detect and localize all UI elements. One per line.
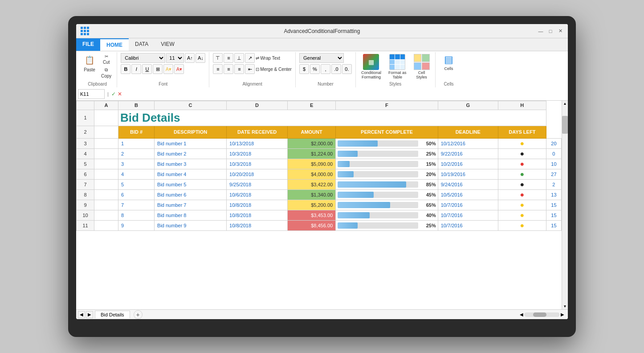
cell-deadline-6[interactable]: 10/5/2016 <box>438 189 498 200</box>
cell-pct-3[interactable]: 15% <box>336 159 438 169</box>
close-button[interactable]: ✕ <box>557 28 563 34</box>
cell-amount-1[interactable]: $2,000.00 <box>288 138 336 148</box>
conditional-formatting-button[interactable]: ▦ ConditionalFormatting <box>359 53 383 81</box>
horizontal-scrollbar[interactable] <box>524 312 560 317</box>
cell-date-9[interactable]: 10/8/2018 <box>227 220 288 230</box>
hscroll-right-btn[interactable]: ▶ <box>561 312 564 317</box>
cut-button[interactable]: ✂ Cut <box>99 53 113 66</box>
cell-amount-9[interactable]: $8,456.00 <box>288 220 336 230</box>
minimize-button[interactable]: — <box>538 28 544 34</box>
cell-dot-1[interactable]: ● <box>498 138 546 148</box>
align-top-button[interactable]: ⊤ <box>213 53 223 63</box>
vscroll-thumb[interactable] <box>562 116 568 134</box>
currency-button[interactable]: $ <box>299 64 309 74</box>
number-format-select[interactable]: General <box>299 53 344 63</box>
vscroll-down-button[interactable]: ▼ <box>562 303 568 309</box>
cell-desc-8[interactable]: Bid number 8 <box>155 210 227 220</box>
cell-pct-5[interactable]: 85% <box>336 179 438 189</box>
cell-amount-3[interactable]: $5,090.00 <box>288 159 336 169</box>
indent-decrease-button[interactable]: ⇤ <box>245 64 255 74</box>
cell-dot-2[interactable]: ● <box>498 148 546 159</box>
comma-button[interactable]: , <box>321 64 330 74</box>
cell-b1[interactable]: Bid Details <box>118 110 546 126</box>
cell-dot-8[interactable]: ● <box>498 210 546 220</box>
font-family-select[interactable]: Calibri <box>121 53 165 63</box>
align-center-button[interactable]: ≡ <box>224 64 233 74</box>
cell-days-1[interactable]: 20 <box>546 138 561 148</box>
hscroll-thumb[interactable] <box>533 312 546 317</box>
format-as-table-button[interactable]: Format asTable <box>387 53 408 81</box>
paste-button[interactable]: 📋 Paste <box>82 53 98 73</box>
font-shrink-button[interactable]: A↓ <box>196 53 205 63</box>
cell-pct-9[interactable]: 25% <box>336 220 438 230</box>
cell-pct-7[interactable]: 65% <box>336 200 438 210</box>
cell-dot-3[interactable]: ● <box>498 159 546 169</box>
tab-home[interactable]: HOME <box>100 38 129 51</box>
cell-a1[interactable] <box>94 110 118 126</box>
cell-days-6[interactable]: 13 <box>546 189 561 200</box>
add-sheet-button[interactable]: + <box>134 310 143 319</box>
cell-desc-7[interactable]: Bid number 7 <box>155 200 227 210</box>
align-bottom-button[interactable]: ⊥ <box>234 53 244 63</box>
cell-deadline-8[interactable]: 10/7/2016 <box>438 210 498 220</box>
cell-desc-6[interactable]: Bid number 6 <box>155 189 227 200</box>
cell-amount-6[interactable]: $1,340.00 <box>288 189 336 200</box>
cell-bid-7[interactable]: 7 <box>118 200 155 210</box>
cell-desc-1[interactable]: Bid number 1 <box>155 138 227 148</box>
cell-a11[interactable] <box>94 220 118 230</box>
cell-pct-6[interactable]: 45% <box>336 189 438 200</box>
sheet-tab-bid-details[interactable]: Bid Details <box>95 311 130 318</box>
italic-button[interactable]: I <box>131 64 141 74</box>
cell-date-4[interactable]: 10/20/2018 <box>227 169 288 179</box>
cell-pct-2[interactable]: 25% <box>336 148 438 159</box>
cell-bid-3[interactable]: 3 <box>118 159 155 169</box>
cell-dot-7[interactable]: ● <box>498 200 546 210</box>
cell-bid-4[interactable]: 4 <box>118 169 155 179</box>
col-header-c[interactable]: C <box>155 101 227 110</box>
cell-date-8[interactable]: 10/8/2018 <box>227 210 288 220</box>
bold-button[interactable]: B <box>121 64 130 74</box>
cell-date-6[interactable]: 10/6/2018 <box>227 189 288 200</box>
font-size-select[interactable]: 11 <box>166 53 184 63</box>
decimal-decrease-button[interactable]: 0. <box>342 64 352 74</box>
cell-date-7[interactable]: 10/8/2018 <box>227 200 288 210</box>
cell-deadline-5[interactable]: 9/24/2016 <box>438 179 498 189</box>
cell-amount-2[interactable]: $1,224.00 <box>288 148 336 159</box>
cell-a2[interactable] <box>94 126 118 138</box>
cell-reference-input[interactable] <box>78 89 105 99</box>
cell-date-5[interactable]: 9/25/2018 <box>227 179 288 189</box>
cell-desc-5[interactable]: Bid number 5 <box>155 179 227 189</box>
cell-a9[interactable] <box>94 200 118 210</box>
wrap-text-button[interactable]: ⇌ Wrap Text <box>256 56 280 61</box>
cell-bid-9[interactable]: 9 <box>118 220 155 230</box>
cell-deadline-1[interactable]: 10/12/2016 <box>438 138 498 148</box>
align-middle-button[interactable]: ≡ <box>224 53 233 63</box>
cell-desc-9[interactable]: Bid number 9 <box>155 220 227 230</box>
cell-date-2[interactable]: 10/3/2018 <box>227 148 288 159</box>
cell-date-3[interactable]: 10/3/2018 <box>227 159 288 169</box>
sheet-nav-left-btn[interactable]: ◀ <box>78 311 85 318</box>
font-color-button[interactable]: A▾ <box>174 64 184 74</box>
formula-confirm-button[interactable]: ✓ <box>111 91 116 97</box>
orient-button[interactable]: ↗ <box>245 53 255 63</box>
percent-button[interactable]: % <box>310 64 320 74</box>
cell-days-8[interactable]: 15 <box>546 210 561 220</box>
cell-days-4[interactable]: 27 <box>546 169 561 179</box>
cell-bid-6[interactable]: 6 <box>118 189 155 200</box>
col-header-g[interactable]: G <box>438 101 498 110</box>
align-right-button[interactable]: ≡ <box>234 64 244 74</box>
formula-input[interactable] <box>124 89 566 99</box>
cell-pct-8[interactable]: 40% <box>336 210 438 220</box>
cell-pct-4[interactable]: 20% <box>336 169 438 179</box>
cell-dot-5[interactable]: ● <box>498 179 546 189</box>
copy-button[interactable]: ⧉ Copy <box>99 66 113 79</box>
col-header-a[interactable]: A <box>94 101 118 110</box>
border-button[interactable]: ⊞ <box>153 64 163 74</box>
cell-dot-4[interactable]: ● <box>498 169 546 179</box>
cell-desc-2[interactable]: Bid number 2 <box>155 148 227 159</box>
align-left-button[interactable]: ≡ <box>213 64 223 74</box>
cell-days-3[interactable]: 10 <box>546 159 561 169</box>
cell-pct-1[interactable]: 50% <box>336 138 438 148</box>
cell-amount-4[interactable]: $4,000.00 <box>288 169 336 179</box>
cell-a8[interactable] <box>94 189 118 200</box>
